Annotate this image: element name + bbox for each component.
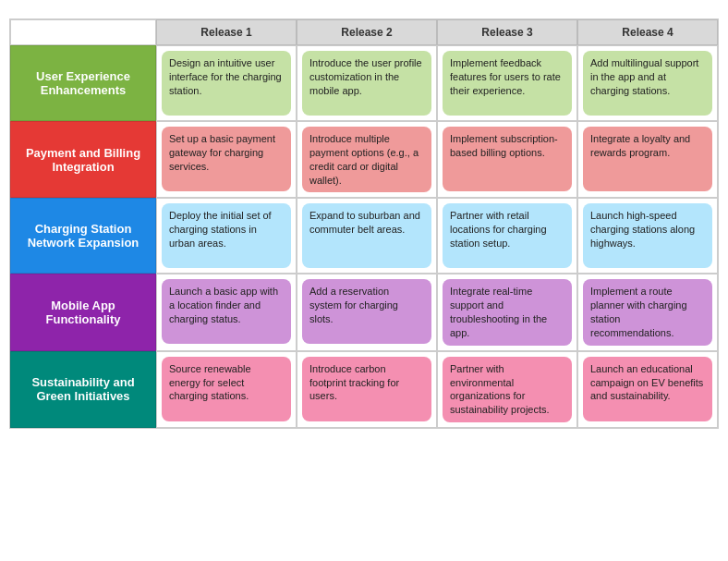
card-charging-3: Partner with retail locations for chargi… [443,203,572,268]
cell-sustain-4: Launch an educational campaign on EV ben… [577,351,718,428]
card-sustain-2: Introduce carbon footprint tracking for … [302,357,431,421]
card-payment-1: Set up a basic payment gateway for charg… [162,127,291,191]
cell-ux-1: Design an intuitive user interface for t… [156,45,297,121]
cell-payment-2: Introduce multiple payment options (e.g.… [297,121,437,198]
card-payment-2: Introduce multiple payment options (e.g.… [302,127,431,192]
row-header-charging: Charging Station Network Expansion [10,198,156,274]
cell-charging-1: Deploy the initial set of charging stati… [156,198,297,274]
row-header-sustain: Sustainability and Green Initiatives [10,351,156,428]
card-charging-1: Deploy the initial set of charging stati… [162,203,291,268]
cell-ux-3: Implement feedback features for users to… [437,45,577,121]
cell-payment-1: Set up a basic payment gateway for charg… [156,121,297,198]
cell-mobile-4: Implement a route planner with charging … [577,274,718,350]
card-ux-1: Design an intuitive user interface for t… [162,51,291,116]
card-ux-2: Introduce the user profile customization… [302,51,431,116]
cell-charging-2: Expand to suburban and commuter belt are… [297,198,437,274]
cell-sustain-3: Partner with environmental organizations… [437,351,577,428]
card-payment-4: Integrate a loyalty and rewards program. [583,127,712,191]
card-mobile-3: Integrate real-time support and troubles… [443,279,572,345]
col-header-3: Release 3 [437,19,577,45]
col-header-1: Release 1 [156,19,297,45]
cell-mobile-2: Add a reservation system for charging sl… [297,274,437,350]
col-header-2: Release 2 [297,19,437,45]
card-sustain-4: Launch an educational campaign on EV ben… [583,357,712,421]
card-sustain-3: Partner with environmental organizations… [443,357,572,422]
card-sustain-1: Source renewable energy for select charg… [162,357,291,421]
row-header-payment: Payment and Billing Integration [10,121,156,198]
card-charging-4: Launch high-speed charging stations alon… [583,203,712,268]
card-charging-2: Expand to suburban and commuter belt are… [302,203,431,268]
cell-charging-4: Launch high-speed charging stations alon… [577,198,718,274]
cell-mobile-1: Launch a basic app with a location finde… [156,274,297,350]
row-header-mobile: Mobile App Functionality [10,274,156,350]
cell-payment-3: Implement subscription-based billing opt… [437,121,577,198]
cell-ux-4: Add multilingual support in the app and … [577,45,718,121]
card-mobile-1: Launch a basic app with a location finde… [162,279,291,344]
card-payment-3: Implement subscription-based billing opt… [443,127,572,191]
card-ux-3: Implement feedback features for users to… [443,51,572,116]
cell-sustain-2: Introduce carbon footprint tracking for … [297,351,437,428]
card-ux-4: Add multilingual support in the app and … [583,51,712,116]
cell-payment-4: Integrate a loyalty and rewards program. [577,121,718,198]
col-header-4: Release 4 [577,19,718,45]
cell-sustain-1: Source renewable energy for select charg… [156,351,297,428]
cell-ux-2: Introduce the user profile customization… [297,45,437,121]
roadmap-grid: Release 1 Release 2 Release 3 Release 4 … [9,18,719,429]
cell-charging-3: Partner with retail locations for chargi… [437,198,577,274]
cell-mobile-3: Integrate real-time support and troubles… [437,274,577,350]
corner-cell [10,19,156,45]
card-mobile-2: Add a reservation system for charging sl… [302,279,431,344]
card-mobile-4: Implement a route planner with charging … [583,279,712,345]
row-header-ux: User Experience Enhancements [10,45,156,121]
